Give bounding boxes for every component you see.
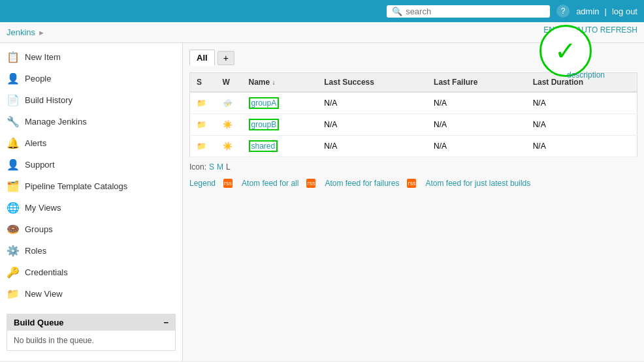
weather-icon: ☀️ [223, 142, 233, 151]
atom-latest-link[interactable]: Atom feed for just latest builds [425, 179, 530, 188]
atom-all-link[interactable]: Atom feed for all [242, 179, 298, 188]
atom-failures-link[interactable]: Atom feed for failures [325, 179, 399, 188]
rss-icon-2: rss [306, 178, 317, 188]
sidebar-item-label: Alerts [25, 138, 46, 148]
last-failure-cell: N/A [427, 136, 526, 157]
icon-size-s[interactable]: S [209, 162, 214, 172]
last-duration-cell: N/A [526, 114, 637, 136]
sidebar-item-label: Pipeline Template Catalogs [25, 181, 127, 191]
weather-icon: ⛈️ [223, 98, 233, 108]
breadcrumb-home[interactable]: Jenkins [7, 27, 35, 37]
credentials-icon: 🔑 [7, 266, 20, 279]
weather-icon: ☀️ [223, 120, 233, 129]
last-failure-cell: N/A [427, 114, 526, 136]
sidebar-item-label: People [25, 74, 51, 83]
new-view-icon: 📁 [7, 288, 20, 300]
build-history-icon: 📄 [7, 94, 20, 106]
status-icon: 📁 [197, 98, 206, 108]
jobs-tbody: 📁 ⛈️ groupA N/A N/A N/A 📁 ☀️ groupB N/A … [190, 92, 637, 157]
legend-link[interactable]: Legend [189, 179, 216, 188]
sidebar-item-label: New Item [25, 52, 61, 62]
sidebar-item-credentials[interactable]: 🔑 Credentials [0, 262, 182, 283]
job-name-cell: shared [242, 136, 318, 157]
sidebar-item-label: Manage Jenkins [25, 117, 87, 127]
manage-jenkins-icon: 🔧 [7, 115, 20, 128]
sidebar-item-label: Build History [25, 95, 72, 105]
description-link[interactable]: description [567, 70, 605, 80]
groups-icon: 🍩 [7, 223, 20, 235]
tab-add-button[interactable]: + [217, 51, 234, 65]
breadcrumb-arrow: ► [38, 29, 45, 37]
table-row: 📁 ☀️ groupB N/A N/A N/A [190, 114, 637, 136]
sidebar-item-label: My Views [25, 203, 61, 213]
build-queue-header: Build Queue − [7, 314, 175, 331]
col-s: S [190, 73, 216, 93]
jobs-table: S W Name ↓ Last Success Last Failure Las… [189, 72, 637, 157]
people-icon: 👤 [7, 72, 20, 85]
status-icon-cell: 📁 [190, 136, 216, 157]
checkmark-icon: ✓ [555, 36, 577, 66]
collapse-icon[interactable]: − [163, 318, 169, 327]
sidebar-item-my-views[interactable]: 🌐 My Views [0, 197, 182, 219]
job-link[interactable]: shared [249, 140, 278, 152]
my-views-icon: 🌐 [7, 202, 20, 214]
topbar: 🔍 ? admin | log out [0, 0, 644, 22]
status-icon: 📁 [197, 120, 206, 129]
build-queue-title: Build Queue [14, 318, 64, 327]
support-icon: 👤 [7, 158, 20, 171]
last-success-cell: N/A [317, 92, 427, 114]
alerts-icon: 🔔 [7, 137, 20, 149]
col-w: W [216, 73, 242, 93]
weather-icon-cell: ☀️ [216, 114, 242, 136]
success-bubble: ✓ [539, 25, 592, 77]
tab-all[interactable]: All [189, 50, 215, 66]
search-icon: 🔍 [392, 7, 402, 16]
search-box[interactable]: 🔍 [387, 5, 550, 18]
sidebar-item-pipeline-template-catalogs[interactable]: 🗂️ Pipeline Template Catalogs [0, 175, 182, 197]
new-item-icon: 📋 [7, 51, 20, 63]
job-link[interactable]: groupB [249, 119, 280, 130]
table-row: 📁 ⛈️ groupA N/A N/A N/A [190, 92, 637, 114]
admin-link[interactable]: admin [576, 7, 599, 16]
icon-size-m[interactable]: M [217, 162, 223, 172]
pipe-separator: | [605, 7, 607, 16]
job-link[interactable]: groupA [249, 97, 280, 109]
sidebar: 📋 New Item 👤 People 📄 Build History 🔧 Ma… [0, 43, 183, 361]
last-duration-cell: N/A [526, 92, 637, 114]
sidebar-item-groups[interactable]: 🍩 Groups [0, 219, 182, 240]
content-area: All + S W Name ↓ Last Success Last Failu… [183, 43, 644, 361]
main-layout: 📋 New Item 👤 People 📄 Build History 🔧 Ma… [0, 43, 644, 361]
sidebar-item-new-view[interactable]: 📁 New View [0, 283, 182, 305]
build-queue-body: No builds in the queue. [7, 331, 175, 350]
sidebar-item-alerts[interactable]: 🔔 Alerts [0, 132, 182, 154]
last-success-cell: N/A [317, 136, 427, 157]
weather-icon-cell: ⛈️ [216, 92, 242, 114]
col-name[interactable]: Name ↓ [242, 73, 318, 93]
sidebar-item-roles[interactable]: ⚙️ Roles [0, 240, 182, 262]
sidebar-item-label: Roles [25, 246, 46, 256]
col-last-success: Last Success [317, 73, 427, 93]
help-button[interactable]: ? [556, 5, 570, 18]
job-name-cell: groupB [242, 114, 318, 136]
last-duration-cell: N/A [526, 136, 637, 157]
logout-link[interactable]: log out [612, 7, 637, 16]
icon-size-l: L [226, 162, 231, 172]
last-failure-cell: N/A [427, 92, 526, 114]
build-queue-empty-message: No builds in the queue. [14, 336, 94, 345]
topbar-right: admin | log out [576, 7, 637, 16]
sidebar-item-manage-jenkins[interactable]: 🔧 Manage Jenkins [0, 111, 182, 132]
icon-size-row: Icon: S M L [189, 162, 637, 172]
sidebar-item-label: New View [25, 289, 63, 299]
job-name-cell: groupA [242, 92, 318, 114]
sidebar-item-build-history[interactable]: 📄 Build History [0, 89, 182, 111]
sidebar-item-label: Groups [25, 224, 53, 234]
status-icon: 📁 [197, 142, 206, 151]
sort-indicator: ↓ [272, 79, 276, 86]
sidebar-item-people[interactable]: 👤 People [0, 68, 182, 89]
pipeline-icon: 🗂️ [7, 180, 20, 192]
search-input[interactable] [406, 7, 545, 16]
sidebar-item-new-item[interactable]: 📋 New Item [0, 46, 182, 68]
status-icon-cell: 📁 [190, 92, 216, 114]
roles-icon: ⚙️ [7, 245, 20, 257]
sidebar-item-support[interactable]: 👤 Support [0, 154, 182, 175]
